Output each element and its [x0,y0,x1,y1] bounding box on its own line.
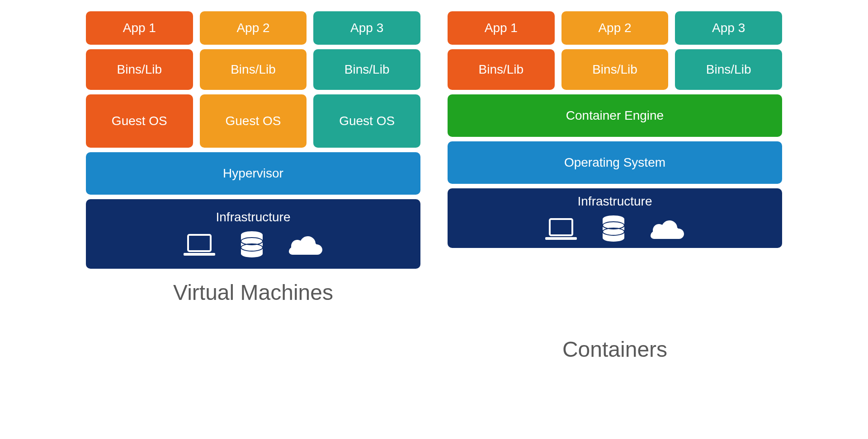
database-icon [240,231,264,258]
vm-app-3: App 3 [313,11,420,45]
vm-infra-icons [184,231,323,258]
vm-libs-1: Bins/Lib [86,49,193,90]
containers-layers: App 1 App 2 App 3 Bins/Lib Bins/Lib Bins… [448,11,782,326]
vm-stack: App 1 App 2 App 3 Bins/Lib Bins/Lib Bins… [86,11,420,362]
vm-app-1: App 1 [86,11,193,45]
vm-guestos-3: Guest OS [313,94,420,148]
vm-libs-row: Bins/Lib Bins/Lib Bins/Lib [86,49,420,90]
vm-infrastructure-layer: Infrastructure [86,199,420,269]
containers-app-2: App 2 [561,11,669,45]
containers-stack: App 1 App 2 App 3 Bins/Lib Bins/Lib Bins… [448,11,782,362]
vm-libs-3: Bins/Lib [313,49,420,90]
vm-infrastructure-label: Infrastructure [216,210,291,224]
containers-libs-3: Bins/Lib [675,49,782,90]
vm-app-2: App 2 [200,11,307,45]
containers-engine-layer: Container Engine [448,94,782,137]
vm-libs-2: Bins/Lib [200,49,307,90]
containers-os-layer: Operating System [448,141,782,184]
containers-app-1: App 1 [448,11,555,45]
vm-guestos-row: Guest OS Guest OS Guest OS [86,94,420,148]
laptop-icon [545,217,577,241]
containers-infra-icons [545,215,684,243]
containers-title: Containers [562,337,667,362]
vm-apps-row: App 1 App 2 App 3 [86,11,420,45]
svg-rect-5 [550,219,572,235]
containers-libs-row: Bins/Lib Bins/Lib Bins/Lib [448,49,782,90]
svg-rect-6 [545,237,577,240]
containers-apps-row: App 1 App 2 App 3 [448,11,782,45]
containers-app-3: App 3 [675,11,782,45]
laptop-icon [184,233,215,257]
svg-rect-0 [188,235,211,251]
database-icon [602,215,625,243]
vm-hypervisor-layer: Hypervisor [86,152,420,195]
containers-infrastructure-label: Infrastructure [578,194,652,209]
containers-libs-1: Bins/Lib [448,49,555,90]
containers-infrastructure-layer: Infrastructure [448,188,782,248]
containers-spacer [448,252,782,326]
cloud-icon [650,219,684,239]
svg-rect-1 [184,253,215,256]
containers-libs-2: Bins/Lib [561,49,669,90]
vm-title: Virtual Machines [173,280,333,305]
vm-guestos-1: Guest OS [86,94,193,148]
cloud-icon [288,234,323,255]
vm-guestos-2: Guest OS [200,94,307,148]
vm-layers: App 1 App 2 App 3 Bins/Lib Bins/Lib Bins… [86,11,420,269]
